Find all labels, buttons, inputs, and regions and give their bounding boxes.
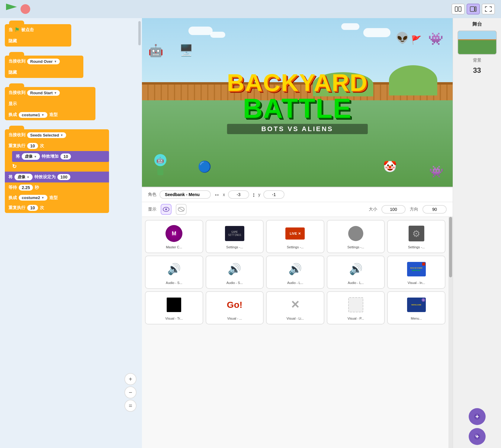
set-effect-val: 100 — [57, 174, 70, 180]
sprite-label-settings-2: Settings -... — [287, 245, 304, 249]
settings-code-text: GAMESETTINGS — [228, 230, 241, 237]
sprite-card-audio-3[interactable]: 🔊 Audio - L... — [266, 256, 324, 289]
round-start-dropdown[interactable]: Round Start ▼ — [27, 90, 60, 96]
character-1: 🤖 — [151, 154, 169, 178]
block-group-3: 当接收到 Round Start ▼ 显示 换成 costume1 ▼ 造型 — [5, 87, 137, 120]
sprite-card-visual-tr[interactable]: Visual - Tr... — [145, 291, 203, 324]
svg-rect-0 — [455, 7, 458, 11]
stage-thumbnail[interactable] — [458, 31, 497, 55]
sprite-thumb-visual-li: ✕ — [284, 294, 306, 315]
top-bar-left — [6, 4, 30, 15]
hide-label-1: 隐藏 — [8, 38, 17, 44]
red-flag: 🚩 — [411, 35, 422, 45]
hill-2 — [389, 65, 437, 95]
cloud-2 — [210, 32, 225, 38]
sprite-card-visual-li[interactable]: ✕ Visual - Li... — [266, 291, 324, 324]
sprite-label-settings-1: Settings -... — [226, 245, 243, 249]
add-sprite-button[interactable] — [469, 408, 486, 425]
repeat-2-suffix: 次 — [40, 205, 44, 211]
repeat-block-1-header: 重复执行 10 次 — [5, 141, 109, 151]
x-label: x — [223, 192, 225, 197]
sprite-card-settings-3[interactable]: Settings -... — [327, 220, 385, 253]
stage-view-button[interactable] — [467, 4, 480, 15]
sprite-card-audio-1[interactable]: 🔊 Audio - S... — [145, 256, 203, 289]
switch-costume-2-block: 换成 costume2 ▼ 造型 — [5, 193, 109, 203]
sprite-label-audio-4: Audio - L... — [348, 281, 364, 285]
costume2-dropdown[interactable]: costume2 ▼ — [19, 195, 47, 201]
zoom-out-button[interactable]: − — [124, 386, 136, 398]
change-effect-prefix: 将 — [16, 154, 20, 159]
seeds-selected-arrow: ▼ — [60, 134, 63, 137]
sprite-card-settings-4[interactable]: ⚙ Settings -... — [387, 220, 445, 253]
repeat-1-count: 10 — [27, 143, 38, 149]
hide-button[interactable] — [176, 204, 187, 215]
alien-4: 🤡 — [383, 160, 397, 173]
cloud-1 — [188, 27, 213, 35]
sprite-label-visual-li: Visual - Li... — [287, 317, 304, 320]
sprite-label-menu: Menu... — [411, 317, 422, 320]
seeds-selected-dropdown[interactable]: Seeds Selected ▼ — [27, 132, 66, 138]
dir-input[interactable] — [422, 205, 447, 214]
zoom-reset-button[interactable]: = — [124, 400, 136, 412]
costume2-arrow: ▼ — [41, 196, 44, 199]
code-scrollbar[interactable] — [138, 21, 141, 45]
ghost-dropdown-1[interactable]: 虚像 ▼ — [22, 153, 40, 160]
when-receive-3-hat: 当接收到 Seeds Selected ▼ — [5, 129, 109, 141]
sprites-grid-container: M Master C... GAMESETTINGS Settings -... — [142, 217, 448, 448]
x-input[interactable] — [228, 190, 249, 199]
costume1-dropdown[interactable]: costume1 ▼ — [19, 112, 47, 118]
sprite-label-settings-4: Settings -... — [408, 245, 425, 249]
switch-costume-1-block: 换成 costume1 ▼ 造型 — [5, 109, 95, 120]
sprites-grid: M Master C... GAMESETTINGS Settings -... — [145, 220, 445, 324]
costume-suffix-2: 造型 — [49, 195, 58, 201]
mini-backyard: BACKYARD — [410, 267, 422, 269]
when-receive-2-label: 当接收到 — [8, 90, 25, 95]
sprites-section: M Master C... GAMESETTINGS Settings -... — [142, 217, 453, 448]
sprite-card-menu[interactable]: MINIGAME + Menu... — [387, 291, 445, 324]
sprites-scrollbar[interactable] — [448, 217, 453, 448]
main-layout: 当 ⚑ 被点击 隐藏 当接收到 Round Over ▼ — [0, 18, 501, 448]
add-bg-button[interactable] — [469, 428, 486, 445]
sprite-label-audio-3: Audio - L... — [287, 281, 303, 285]
sprite-card-settings-2[interactable]: LIVE ✕ Settings -... — [266, 220, 324, 253]
split-view-button[interactable] — [451, 4, 465, 15]
repeat-2-label: 重复执行 — [8, 205, 25, 211]
x-mark-icon: ✕ — [291, 298, 300, 311]
set-effect-prefix: 将 — [8, 174, 13, 180]
sprite-card-visual-go[interactable]: Go! Visual - ... — [206, 291, 264, 324]
y-input[interactable] — [263, 190, 284, 199]
sprite-label-audio-2: Audio - S... — [226, 281, 243, 285]
sprite-thumb-master-c: M — [163, 223, 185, 244]
sprite-card-settings-1[interactable]: GAMESETTINGS Settings -... — [206, 220, 264, 253]
sprite-card-audio-4[interactable]: 🔊 Audio - L... — [327, 256, 385, 289]
sprite-name-text: Seedbank - Menu — [165, 192, 200, 197]
show-block: 显示 — [5, 98, 95, 109]
repeat-2-count: 10 — [27, 205, 38, 211]
sprite-card-master-c[interactable]: M Master C... — [145, 220, 203, 253]
sprite-card-audio-2[interactable]: 🔊 Audio - S... — [206, 256, 264, 289]
sprite-thumb-visual-tr — [163, 294, 185, 315]
show-button[interactable] — [161, 204, 172, 215]
y-arrow-icon: ↕ — [252, 191, 255, 198]
sprite-name-pill[interactable]: Seedbank - Menu — [159, 190, 211, 199]
stop-button[interactable] — [21, 4, 30, 14]
hat-bump-2 — [9, 52, 24, 57]
round-start-arrow: ▼ — [54, 91, 57, 95]
sprite-thumb-audio-4: 🔊 — [345, 259, 366, 280]
ghost-dropdown-2[interactable]: 虚像 ▼ — [14, 174, 33, 180]
round-start-text: Round Start — [30, 91, 53, 95]
repeat-1-suffix: 次 — [40, 143, 44, 149]
round-over-dropdown[interactable]: Round Over ▼ — [27, 59, 60, 64]
sprite-card-visual-p[interactable]: Visual - P... — [327, 291, 385, 324]
sprite-card-visual-in[interactable]: BACKYARD BATTLE Visual - In... — [387, 256, 445, 289]
svg-point-5 — [165, 208, 167, 210]
green-flag-button[interactable] — [6, 4, 17, 15]
right-panel: 舞台 背景 33 — [453, 18, 501, 448]
fullscreen-button[interactable] — [482, 4, 495, 15]
svg-rect-2 — [470, 7, 474, 11]
hat-bump-3 — [9, 83, 24, 88]
loop-indent-1: 将 虚像 ▼ 特效增加 10 — [5, 151, 109, 162]
zoom-in-button[interactable]: + — [124, 373, 136, 385]
size-input[interactable] — [381, 205, 406, 214]
sprite-thumb-visual-p — [345, 294, 366, 315]
